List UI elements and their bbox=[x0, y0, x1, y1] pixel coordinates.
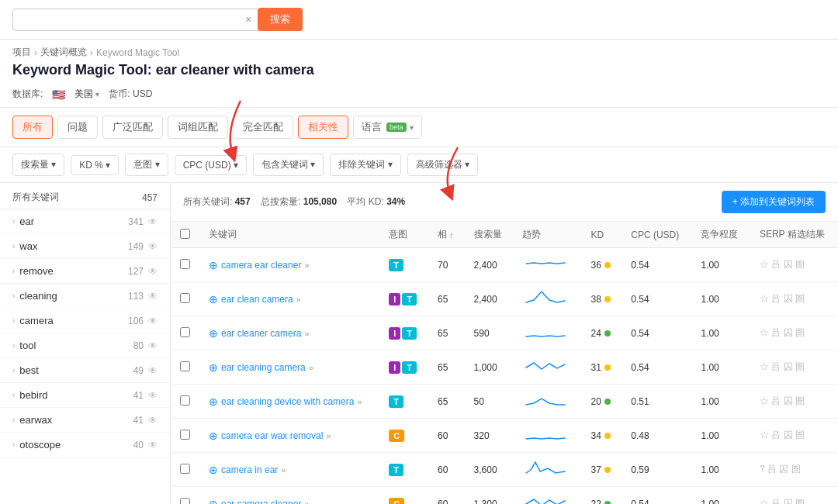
keyword-link[interactable]: ⊕ camera ear wax removal » bbox=[209, 430, 370, 442]
relevance-cell: 65 bbox=[428, 385, 465, 419]
keyword-expand-icon: » bbox=[281, 465, 286, 475]
eye-icon[interactable]: 👁 bbox=[148, 340, 158, 351]
th-relevance[interactable]: 相 ↑ bbox=[428, 222, 465, 248]
keyword-link[interactable]: ⊕ ear cleaning device with camera » bbox=[209, 395, 370, 408]
add-keyword-icon[interactable]: ⊕ bbox=[209, 259, 218, 271]
add-keyword-icon[interactable]: ⊕ bbox=[209, 395, 218, 408]
add-keyword-icon[interactable]: ⊕ bbox=[209, 327, 218, 340]
kd-cell: 34 bbox=[582, 419, 622, 453]
search-button[interactable]: 搜索 bbox=[258, 8, 303, 31]
breadcrumb-link-project[interactable]: 项目 bbox=[12, 46, 31, 59]
eye-icon[interactable]: 👁 bbox=[148, 291, 158, 302]
sidebar-item[interactable]: › earwax 41 👁 bbox=[0, 408, 170, 433]
row-checkbox[interactable] bbox=[180, 464, 190, 474]
sidebar-item-label: remove bbox=[19, 265, 53, 277]
filter-kd[interactable]: KD % ▾ bbox=[71, 155, 119, 175]
sidebar-item-label: wax bbox=[19, 240, 37, 252]
eye-icon[interactable]: 👁 bbox=[148, 365, 158, 376]
sidebar-item[interactable]: › camera 106 👁 bbox=[0, 309, 170, 333]
breadcrumb-link-overview[interactable]: 关键词概览 bbox=[40, 46, 87, 59]
keyword-link[interactable]: ⊕ ear cleaner camera » bbox=[209, 327, 370, 340]
kd-dot bbox=[604, 433, 611, 439]
filter-intent[interactable]: 意图 ▾ bbox=[125, 154, 168, 176]
filter-volume[interactable]: 搜索量 ▾ bbox=[12, 154, 64, 176]
table-row: ⊕ ear camera cleaner » C 60 1,300 22 0.5… bbox=[171, 487, 838, 505]
tab-exact[interactable]: 完全匹配 bbox=[233, 116, 293, 139]
sidebar-item[interactable]: › wax 149 👁 bbox=[0, 234, 170, 259]
add-to-list-button[interactable]: + 添加到关键词列表 bbox=[722, 191, 826, 213]
relevance-cell: 70 bbox=[428, 248, 465, 282]
serp-icon: ☆ 吕 囚 圄 bbox=[760, 327, 805, 338]
eye-icon[interactable]: 👁 bbox=[148, 216, 158, 227]
sidebar-item[interactable]: › cleaning 113 👁 bbox=[0, 284, 170, 309]
sidebar-item-count: 127 bbox=[128, 266, 144, 277]
sidebar-header: 所有关键词 457 bbox=[0, 183, 170, 209]
row-checkbox[interactable] bbox=[180, 361, 190, 371]
cpc-cell: 0.54 bbox=[622, 316, 691, 350]
keyword-cell: ⊕ camera ear cleaner » bbox=[199, 248, 379, 282]
tag-t: T bbox=[402, 293, 417, 306]
row-checkbox[interactable] bbox=[180, 293, 190, 303]
keyword-link[interactable]: ⊕ ear clean camera » bbox=[209, 293, 370, 306]
competition-cell: 1.00 bbox=[691, 316, 750, 350]
sidebar-item[interactable]: › bebird 41 👁 bbox=[0, 383, 170, 408]
competition-cell: 1.00 bbox=[691, 248, 750, 282]
row-checkbox[interactable] bbox=[180, 395, 190, 406]
tab-relevance[interactable]: 相关性 bbox=[298, 116, 348, 139]
keywords-table: 关键词 意图 相 ↑ 搜索量 趋势 KD CPC (USD) 竞争程度 SERP… bbox=[171, 222, 838, 504]
select-all-checkbox[interactable] bbox=[180, 229, 190, 239]
tab-broad[interactable]: 广泛匹配 bbox=[102, 116, 163, 139]
eye-icon[interactable]: 👁 bbox=[148, 390, 158, 401]
row-checkbox[interactable] bbox=[180, 327, 190, 337]
sidebar-item[interactable]: › remove 127 👁 bbox=[0, 259, 170, 284]
expand-icon: › bbox=[12, 267, 15, 275]
expand-icon: › bbox=[12, 242, 15, 250]
sidebar-item-count: 49 bbox=[133, 365, 144, 376]
expand-icon: › bbox=[12, 391, 15, 399]
eye-icon[interactable]: 👁 bbox=[148, 415, 158, 426]
add-keyword-icon[interactable]: ⊕ bbox=[209, 498, 218, 505]
trend-cell bbox=[513, 248, 581, 282]
add-keyword-icon[interactable]: ⊕ bbox=[209, 293, 218, 306]
sidebar: 所有关键词 457 › ear 341 👁 › wax 149 👁 › remo… bbox=[0, 183, 171, 504]
row-checkbox[interactable] bbox=[180, 498, 190, 505]
add-keyword-icon[interactable]: ⊕ bbox=[209, 430, 218, 442]
tab-question[interactable]: 问题 bbox=[57, 116, 98, 139]
filter-advanced[interactable]: 高级筛选器 ▾ bbox=[407, 154, 478, 176]
row-checkbox[interactable] bbox=[180, 430, 190, 440]
eye-icon[interactable]: 👁 bbox=[148, 440, 158, 450]
serp-cell: ☆ 吕 囚 圄 bbox=[750, 350, 838, 385]
country-dropdown[interactable]: 美国 ▾ bbox=[74, 88, 99, 101]
eye-icon[interactable]: 👁 bbox=[148, 266, 158, 277]
eye-icon[interactable]: 👁 bbox=[148, 241, 158, 252]
sidebar-item[interactable]: › otoscope 40 👁 bbox=[0, 433, 170, 457]
keyword-link[interactable]: ⊕ camera in ear » bbox=[209, 464, 370, 476]
th-kd: KD bbox=[582, 222, 622, 248]
filter-cpc[interactable]: CPC (USD) ▾ bbox=[175, 155, 247, 175]
tab-lang[interactable]: 语言 beta ▾ bbox=[353, 116, 422, 139]
add-keyword-icon[interactable]: ⊕ bbox=[209, 464, 218, 476]
sidebar-item-label: cleaning bbox=[19, 290, 57, 302]
relevance-cell: 60 bbox=[428, 487, 465, 505]
filter-include[interactable]: 包含关键词 ▾ bbox=[253, 154, 324, 176]
add-keyword-icon[interactable]: ⊕ bbox=[209, 361, 218, 374]
sidebar-item[interactable]: › tool 80 👁 bbox=[0, 333, 170, 358]
tab-all[interactable]: 所有 bbox=[12, 116, 53, 139]
keyword-link[interactable]: ⊕ ear camera cleaner » bbox=[209, 498, 370, 505]
filter-exclude[interactable]: 排除关键词 ▾ bbox=[330, 154, 400, 176]
sidebar-item[interactable]: › ear 341 👁 bbox=[0, 209, 170, 234]
keyword-link[interactable]: ⊕ ear cleaning camera » bbox=[209, 361, 370, 374]
search-input[interactable]: ear cleaner with camera bbox=[12, 9, 261, 31]
tab-phrase[interactable]: 词组匹配 bbox=[168, 116, 228, 139]
clear-button[interactable]: × bbox=[245, 13, 251, 26]
sidebar-item[interactable]: › best 49 👁 bbox=[0, 358, 170, 383]
table-row: ⊕ camera ear cleaner » T 70 2,400 36 0.5… bbox=[171, 248, 838, 282]
sidebar-item-count: 41 bbox=[133, 390, 144, 401]
keyword-link[interactable]: ⊕ camera ear cleaner » bbox=[209, 259, 370, 271]
row-checkbox[interactable] bbox=[180, 259, 190, 269]
kd-dot bbox=[604, 501, 611, 505]
table-row: ⊕ ear clean camera » IT 65 2,400 38 0.54… bbox=[171, 282, 838, 316]
th-competition: 竞争程度 bbox=[691, 222, 750, 248]
eye-icon[interactable]: 👁 bbox=[148, 316, 158, 326]
table-row: ⊕ ear cleaner camera » IT 65 590 24 0.54… bbox=[171, 316, 838, 350]
